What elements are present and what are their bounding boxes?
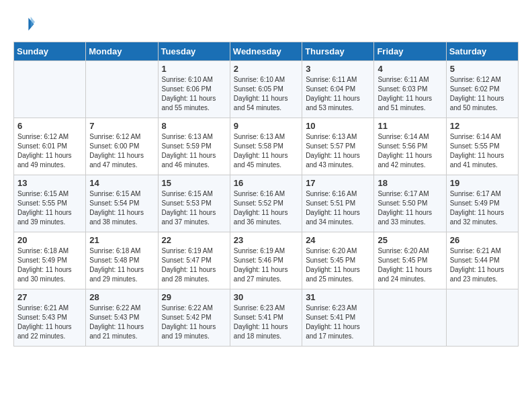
cell-info: Sunrise: 6:12 AM Sunset: 6:02 PM Dayligh…: [450, 75, 515, 113]
cell-info: Sunrise: 6:15 AM Sunset: 5:55 PM Dayligh…: [17, 189, 82, 227]
cell-info: Sunrise: 6:13 AM Sunset: 5:59 PM Dayligh…: [162, 132, 226, 170]
day-number: 14: [89, 178, 154, 188]
day-number: 17: [306, 178, 370, 188]
header-day-friday: Friday: [374, 42, 446, 61]
day-number: 31: [306, 292, 370, 302]
day-number: 12: [450, 121, 515, 131]
calendar-cell: [14, 61, 86, 118]
calendar-cell: 1Sunrise: 6:10 AM Sunset: 6:06 PM Daylig…: [158, 61, 230, 118]
cell-info: Sunrise: 6:12 AM Sunset: 6:01 PM Dayligh…: [17, 132, 82, 170]
calendar-cell: 2Sunrise: 6:10 AM Sunset: 6:05 PM Daylig…: [230, 61, 302, 118]
day-number: 16: [234, 178, 298, 188]
cell-info: Sunrise: 6:17 AM Sunset: 5:49 PM Dayligh…: [450, 189, 515, 227]
calendar-cell: 28Sunrise: 6:22 AM Sunset: 5:43 PM Dayli…: [86, 289, 158, 347]
day-number: 25: [378, 235, 442, 245]
cell-info: Sunrise: 6:17 AM Sunset: 5:50 PM Dayligh…: [378, 189, 442, 227]
cell-info: Sunrise: 6:21 AM Sunset: 5:43 PM Dayligh…: [17, 304, 82, 341]
header-day-monday: Monday: [86, 42, 158, 61]
day-number: 24: [306, 235, 370, 245]
calendar-cell: 20Sunrise: 6:18 AM Sunset: 5:49 PM Dayli…: [14, 232, 86, 289]
day-number: 4: [378, 64, 442, 74]
calendar-cell: [374, 289, 446, 347]
cell-info: Sunrise: 6:19 AM Sunset: 5:47 PM Dayligh…: [162, 246, 226, 284]
calendar-cell: 29Sunrise: 6:22 AM Sunset: 5:42 PM Dayli…: [158, 289, 230, 347]
header-day-tuesday: Tuesday: [158, 42, 230, 61]
calendar-cell: 27Sunrise: 6:21 AM Sunset: 5:43 PM Dayli…: [14, 289, 86, 347]
cell-info: Sunrise: 6:16 AM Sunset: 5:52 PM Dayligh…: [234, 189, 298, 227]
header: [13, 13, 519, 35]
calendar-cell: 22Sunrise: 6:19 AM Sunset: 5:47 PM Dayli…: [158, 232, 230, 289]
cell-info: Sunrise: 6:20 AM Sunset: 5:45 PM Dayligh…: [306, 246, 370, 284]
calendar-cell: 16Sunrise: 6:16 AM Sunset: 5:52 PM Dayli…: [230, 175, 302, 232]
cell-info: Sunrise: 6:15 AM Sunset: 5:53 PM Dayligh…: [162, 189, 226, 227]
calendar-cell: 15Sunrise: 6:15 AM Sunset: 5:53 PM Dayli…: [158, 175, 230, 232]
calendar-cell: 19Sunrise: 6:17 AM Sunset: 5:49 PM Dayli…: [446, 175, 518, 232]
calendar-cell: 5Sunrise: 6:12 AM Sunset: 6:02 PM Daylig…: [446, 61, 518, 118]
week-row-1: 6Sunrise: 6:12 AM Sunset: 6:01 PM Daylig…: [14, 118, 519, 175]
cell-info: Sunrise: 6:20 AM Sunset: 5:45 PM Dayligh…: [378, 246, 442, 284]
calendar-cell: 3Sunrise: 6:11 AM Sunset: 6:04 PM Daylig…: [302, 61, 374, 118]
day-number: 11: [378, 121, 442, 131]
calendar-cell: 24Sunrise: 6:20 AM Sunset: 5:45 PM Dayli…: [302, 232, 374, 289]
cell-info: Sunrise: 6:23 AM Sunset: 5:41 PM Dayligh…: [306, 304, 370, 341]
calendar-cell: 25Sunrise: 6:20 AM Sunset: 5:45 PM Dayli…: [374, 232, 446, 289]
day-number: 27: [17, 292, 82, 302]
week-row-3: 20Sunrise: 6:18 AM Sunset: 5:49 PM Dayli…: [14, 232, 519, 289]
day-number: 29: [162, 292, 226, 302]
calendar-cell: 4Sunrise: 6:11 AM Sunset: 6:03 PM Daylig…: [374, 61, 446, 118]
calendar-cell: 23Sunrise: 6:19 AM Sunset: 5:46 PM Dayli…: [230, 232, 302, 289]
day-number: 26: [450, 235, 515, 245]
day-number: 1: [162, 64, 226, 74]
cell-info: Sunrise: 6:11 AM Sunset: 6:03 PM Dayligh…: [378, 75, 442, 113]
cell-info: Sunrise: 6:14 AM Sunset: 5:56 PM Dayligh…: [378, 132, 442, 170]
header-day-sunday: Sunday: [14, 42, 86, 61]
day-number: 6: [17, 121, 82, 131]
cell-info: Sunrise: 6:10 AM Sunset: 6:06 PM Dayligh…: [162, 75, 226, 113]
day-number: 3: [306, 64, 370, 74]
calendar-body: 1Sunrise: 6:10 AM Sunset: 6:06 PM Daylig…: [14, 61, 519, 347]
svg-marker-1: [31, 17, 35, 28]
day-number: 20: [17, 235, 82, 245]
calendar-cell: 9Sunrise: 6:13 AM Sunset: 5:58 PM Daylig…: [230, 118, 302, 175]
week-row-2: 13Sunrise: 6:15 AM Sunset: 5:55 PM Dayli…: [14, 175, 519, 232]
cell-info: Sunrise: 6:19 AM Sunset: 5:46 PM Dayligh…: [234, 246, 298, 284]
cell-info: Sunrise: 6:11 AM Sunset: 6:04 PM Dayligh…: [306, 75, 370, 113]
calendar-cell: 7Sunrise: 6:12 AM Sunset: 6:00 PM Daylig…: [86, 118, 158, 175]
calendar-cell: 12Sunrise: 6:14 AM Sunset: 5:55 PM Dayli…: [446, 118, 518, 175]
header-day-thursday: Thursday: [302, 42, 374, 61]
day-number: 19: [450, 178, 515, 188]
calendar-cell: 8Sunrise: 6:13 AM Sunset: 5:59 PM Daylig…: [158, 118, 230, 175]
cell-info: Sunrise: 6:10 AM Sunset: 6:05 PM Dayligh…: [234, 75, 298, 113]
cell-info: Sunrise: 6:23 AM Sunset: 5:41 PM Dayligh…: [234, 304, 298, 341]
calendar-cell: 31Sunrise: 6:23 AM Sunset: 5:41 PM Dayli…: [302, 289, 374, 347]
calendar-cell: 13Sunrise: 6:15 AM Sunset: 5:55 PM Dayli…: [14, 175, 86, 232]
cell-info: Sunrise: 6:12 AM Sunset: 6:00 PM Dayligh…: [89, 132, 154, 170]
day-number: 30: [234, 292, 298, 302]
calendar-cell: 6Sunrise: 6:12 AM Sunset: 6:01 PM Daylig…: [14, 118, 86, 175]
day-number: 7: [89, 121, 154, 131]
calendar-cell: [446, 289, 518, 347]
calendar-cell: [86, 61, 158, 118]
cell-info: Sunrise: 6:13 AM Sunset: 5:57 PM Dayligh…: [306, 132, 370, 170]
calendar-cell: 10Sunrise: 6:13 AM Sunset: 5:57 PM Dayli…: [302, 118, 374, 175]
logo: [13, 13, 38, 35]
calendar-cell: 14Sunrise: 6:15 AM Sunset: 5:54 PM Dayli…: [86, 175, 158, 232]
cell-info: Sunrise: 6:14 AM Sunset: 5:55 PM Dayligh…: [450, 132, 515, 170]
day-number: 5: [450, 64, 515, 74]
day-number: 18: [378, 178, 442, 188]
day-number: 22: [162, 235, 226, 245]
day-number: 10: [306, 121, 370, 131]
day-number: 13: [17, 178, 82, 188]
day-number: 2: [234, 64, 298, 74]
logo-icon: [13, 13, 35, 35]
calendar-cell: 17Sunrise: 6:16 AM Sunset: 5:51 PM Dayli…: [302, 175, 374, 232]
day-number: 8: [162, 121, 226, 131]
calendar-header: SundayMondayTuesdayWednesdayThursdayFrid…: [14, 42, 519, 61]
header-row: SundayMondayTuesdayWednesdayThursdayFrid…: [14, 42, 519, 61]
cell-info: Sunrise: 6:15 AM Sunset: 5:54 PM Dayligh…: [89, 189, 154, 227]
cell-info: Sunrise: 6:18 AM Sunset: 5:49 PM Dayligh…: [17, 246, 82, 284]
day-number: 28: [89, 292, 154, 302]
calendar-cell: 26Sunrise: 6:21 AM Sunset: 5:44 PM Dayli…: [446, 232, 518, 289]
cell-info: Sunrise: 6:22 AM Sunset: 5:42 PM Dayligh…: [162, 304, 226, 341]
day-number: 21: [89, 235, 154, 245]
